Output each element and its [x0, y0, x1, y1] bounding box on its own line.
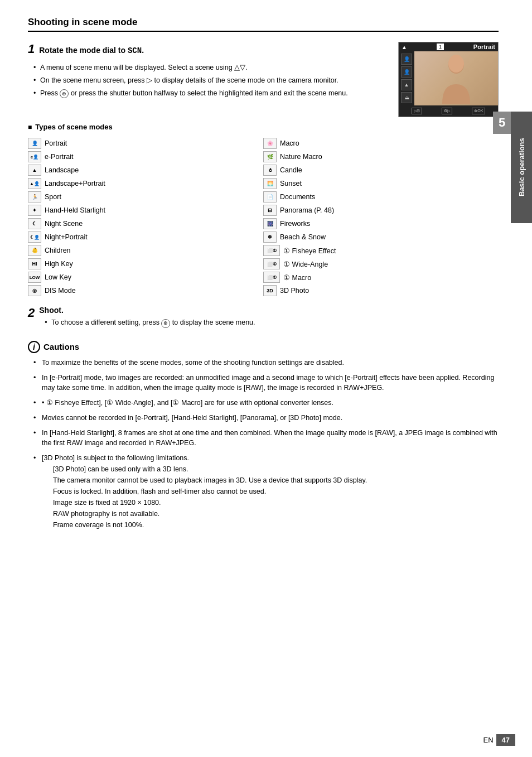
caution-item-4: Movies cannot be recorded in [e-Portrait… — [33, 413, 499, 423]
step2-text: Shoot. — [39, 306, 499, 315]
label-lowkey: Low Key — [45, 273, 71, 281]
icon-sunset: 🌅 — [263, 178, 277, 189]
icon-sport: 🏃 — [28, 191, 41, 202]
icon-eportrait: e👤 — [28, 151, 41, 162]
label-fisheye: ① Fisheye Effect — [283, 247, 336, 255]
scene-mode-sunset: 🌅 Sunset — [263, 177, 499, 190]
cautions-list: To maximize the benefits of the scene mo… — [28, 358, 499, 531]
label-sport: Sport — [45, 193, 61, 201]
portrait-svg — [434, 54, 478, 104]
preview-portrait-label: Portrait — [473, 44, 495, 50]
label-fireworks: Fireworks — [280, 220, 310, 228]
sidebar-icon-2: 👤 — [401, 66, 412, 78]
step1-row: 1 Rotate the mode dial to SCN. A menu of… — [28, 42, 499, 117]
3d-photo-details: [3D Photo] can be used only with a 3D le… — [42, 464, 499, 531]
scene-modes-grid: 👤 Portrait 🌸 Macro e👤 e-Portrait 🌿 Natur… — [28, 137, 499, 297]
icon-landscape-portrait: ▲👤 — [28, 178, 41, 189]
icon-documents: 📄 — [263, 191, 277, 202]
scene-mode-night-portrait: ☾👤 Night+Portrait — [28, 230, 263, 244]
ok-button-symbol: ⊛ — [60, 89, 69, 98]
scene-mode-sport: 🏃 Sport — [28, 190, 263, 204]
scene-mode-eportrait: e👤 e-Portrait — [28, 150, 263, 163]
label-highkey: High Key — [45, 260, 73, 268]
icon-fireworks: 🎆 — [263, 218, 277, 229]
preview-btn-2: ⚙▷ — [442, 108, 452, 114]
icon-nightscene: ☾ — [28, 218, 41, 229]
caution-item-5: In [Hand-Held Starlight], 8 frames are s… — [33, 428, 499, 449]
label-landscape-portrait: Landscape+Portrait — [45, 180, 105, 187]
icon-children: 👶 — [28, 245, 41, 256]
step1-bullet-2: On the scene menu screen, press ▷ to dis… — [33, 75, 387, 86]
preview-bottom-bar: ▷⊟ ⚙▷ ⊛OK — [399, 105, 498, 117]
label-candle: Candle — [280, 166, 302, 174]
sidebar-icon-1: 👤 — [401, 54, 412, 65]
page-container: Shooting in scene mode 1 Rotate the mode… — [0, 0, 532, 757]
label-eportrait: e-Portrait — [45, 153, 73, 161]
label-macro-conv: ① Macro — [283, 273, 311, 282]
preview-btn-3: ⊛OK — [472, 108, 485, 114]
label-sunset: Sunset — [280, 180, 302, 187]
scene-mode-macro: 🌸 Macro — [263, 137, 499, 150]
svg-point-1 — [448, 55, 464, 73]
icon-dis: ◎ — [28, 285, 41, 296]
sidebar-label: Basic operations — [511, 112, 532, 223]
camera-preview-inner: ▲ 1 Portrait 👤 👤 ▲ ⛰ — [399, 42, 498, 117]
caution-item-3: • ① Fisheye Effect], [① Wide-Angle], and… — [33, 398, 499, 408]
label-panorama: Panorama (P. 48) — [280, 206, 334, 214]
icon-wideangle: ⬜① — [263, 258, 280, 269]
scn-label: SCN — [128, 46, 142, 55]
scene-mode-starlight: ✦ Hand-Held Starlight — [28, 204, 263, 217]
sidebar-icon-4: ⛰ — [401, 92, 412, 103]
bottom-bar: EN 47 — [0, 734, 532, 746]
scene-mode-candle: 🕯 Candle — [263, 163, 499, 177]
preview-top-bar: ▲ 1 Portrait — [399, 42, 498, 51]
label-macro: Macro — [280, 139, 299, 147]
preview-up-arrow: ▲ — [402, 44, 407, 50]
preview-tab: 1 — [437, 44, 444, 50]
label-portrait: Portrait — [45, 139, 67, 147]
icon-3d: 3D — [263, 285, 277, 296]
icon-candle: 🕯 — [263, 165, 277, 176]
icon-lowkey: LOW — [28, 272, 41, 283]
label-documents: Documents — [280, 193, 315, 201]
icon-portrait: 👤 — [28, 138, 41, 149]
label-naturemacro: Nature Macro — [280, 153, 322, 161]
section-title: Shooting in scene mode — [28, 17, 499, 32]
scene-mode-dis: ◎ DIS Mode — [28, 284, 263, 297]
step1-content: 1 Rotate the mode dial to SCN. A menu of… — [28, 42, 387, 103]
scene-mode-wideangle: ⬜① ① Wide-Angle — [263, 257, 499, 271]
icon-starlight: ✦ — [28, 205, 41, 216]
icon-panorama: ⊟ — [263, 205, 277, 216]
preview-main: 👤 👤 ▲ ⛰ — [399, 51, 498, 105]
preview-sidebar: 👤 👤 ▲ ⛰ — [399, 51, 414, 105]
scene-mode-beachsnow: ❄ Beach & Snow — [263, 230, 499, 244]
scene-mode-nightscene: ☾ Night Scene — [28, 217, 263, 230]
step2-bullets: To choose a different setting, press ⊛ t… — [39, 317, 499, 328]
step1-text: Rotate the mode dial to SCN. — [39, 46, 144, 55]
icon-landscape: ▲ — [28, 165, 41, 176]
page-number: 47 — [496, 734, 515, 746]
label-dis: DIS Mode — [45, 287, 76, 295]
label-landscape: Landscape — [45, 166, 79, 174]
step1-number: 1 — [28, 42, 35, 56]
scene-types-header: Types of scene modes — [28, 123, 499, 131]
icon-macro: 🌸 — [263, 138, 277, 149]
preview-image — [414, 51, 498, 105]
label-3d: 3D Photo — [280, 287, 309, 295]
icon-beachsnow: ❄ — [263, 232, 277, 243]
step2-row: 2 Shoot. To choose a different setting, … — [28, 306, 499, 332]
caution-item-6: [3D Photo] is subject to the following l… — [33, 453, 499, 531]
preview-btn-1: ▷⊟ — [412, 108, 422, 114]
scene-mode-landscape-portrait: ▲👤 Landscape+Portrait — [28, 177, 263, 190]
caution-item-2: In [e-Portrait] mode, two images are rec… — [33, 373, 499, 394]
cautions-header: i Cautions — [28, 341, 499, 353]
step1-bullet-3: Press ⊛ or press the shutter button half… — [33, 88, 387, 99]
ok-symbol-2: ⊛ — [161, 319, 170, 328]
icon-naturemacro: 🌿 — [263, 151, 277, 162]
label-beachsnow: Beach & Snow — [280, 233, 326, 241]
step2-bullet-1: To choose a different setting, press ⊛ t… — [45, 317, 499, 328]
chapter-number: 5 — [493, 112, 511, 134]
scene-mode-3d: 3D 3D Photo — [263, 284, 499, 297]
icon-fisheye: ⬜① — [263, 245, 280, 256]
scene-mode-macro-conv: ⬜① ① Macro — [263, 271, 499, 284]
